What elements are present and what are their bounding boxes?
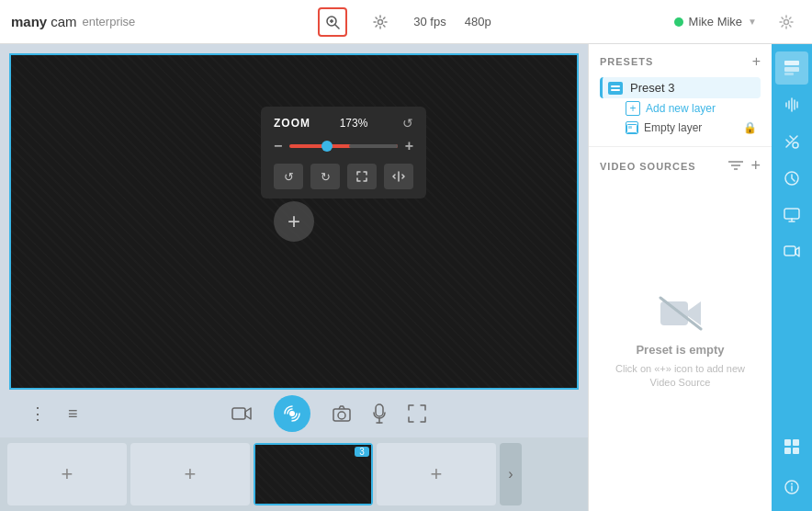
rail-history-button[interactable]	[775, 162, 808, 195]
rail-effects-button[interactable]	[775, 125, 808, 158]
svg-point-7	[289, 411, 295, 416]
zoom-value: 173%	[340, 117, 368, 130]
svg-point-23	[793, 142, 798, 148]
settings-cog-button[interactable]	[366, 7, 395, 37]
video-sources-actions: +	[728, 156, 761, 176]
presets-header: PRESETS +	[600, 53, 761, 70]
zoom-thumb[interactable]	[321, 141, 333, 152]
fullscreen-button[interactable]	[408, 404, 426, 423]
lock-icon: 🔒	[743, 121, 757, 134]
zoom-actions: ↺ ↻	[274, 164, 413, 189]
rail-stream-button[interactable]	[775, 235, 808, 268]
presets-add-button[interactable]: +	[752, 53, 761, 70]
stream-icon	[784, 244, 800, 260]
audio-icon	[784, 97, 800, 113]
strip-add-icon-2: +	[185, 462, 197, 486]
add-new-layer-item[interactable]: + Add new layer	[622, 98, 761, 119]
zoom-action-fit-btn[interactable]	[347, 164, 377, 189]
strip-item-1[interactable]: +	[7, 443, 127, 505]
empty-layer-item[interactable]: Empty layer 🔒	[622, 119, 761, 137]
dots-menu-button[interactable]: ⋮	[18, 403, 57, 424]
strip-item-4[interactable]: +	[377, 443, 496, 505]
zoom-track-background	[349, 144, 398, 148]
strip-next-button[interactable]: ›	[500, 443, 522, 505]
svg-point-33	[791, 483, 793, 485]
video-sources-filter-button[interactable]	[728, 159, 743, 174]
svg-rect-21	[784, 67, 799, 72]
video-camera-button[interactable]	[231, 406, 252, 421]
video-camera-icon	[231, 406, 252, 421]
zoom-icon	[325, 15, 340, 29]
zoom-button[interactable]	[318, 7, 347, 37]
svg-rect-22	[784, 73, 794, 75]
zoom-slider-row: − +	[274, 138, 413, 154]
zoom-action-reset-btn[interactable]: ↺	[274, 164, 303, 189]
svg-rect-29	[784, 448, 791, 454]
video-sources-empty-state: Preset is empty Click on «+» icon to add…	[600, 183, 761, 502]
layer-items: + Add new layer Empty layer 🔒	[600, 98, 761, 137]
camera-photo-button[interactable]	[333, 405, 351, 422]
svg-rect-28	[793, 439, 799, 446]
zoom-popup: ZOOM 173% ↺ − + ↺ ↻	[261, 107, 426, 199]
rail-info-button[interactable]	[775, 471, 808, 504]
preset-icon	[608, 82, 623, 95]
video-sources-header: VIDEO SOURCES +	[600, 156, 761, 176]
user-name-label: Mike Mike	[689, 15, 743, 28]
svg-rect-14	[628, 126, 632, 129]
zoom-slider[interactable]	[289, 144, 397, 148]
icon-rail	[772, 44, 812, 511]
empty-camera-icon	[658, 295, 704, 332]
layer-add-icon: +	[626, 101, 640, 116]
svg-rect-27	[784, 439, 791, 446]
broadcast-button[interactable]	[274, 395, 310, 432]
rail-grid-button[interactable]	[775, 430, 808, 463]
video-sources-add-button[interactable]: +	[750, 156, 761, 176]
logo-many: many	[11, 14, 47, 29]
svg-rect-30	[793, 448, 799, 454]
microphone-button[interactable]	[373, 403, 386, 424]
user-info[interactable]: Mike Mike ▼	[674, 15, 757, 28]
fps-display[interactable]: 30 fps	[413, 15, 445, 28]
svg-rect-26	[784, 246, 795, 255]
svg-point-4	[378, 19, 383, 24]
toolbar-center	[89, 395, 570, 432]
canvas-content: +	[11, 55, 577, 388]
svg-rect-6	[232, 408, 245, 419]
strip-add-icon-1: +	[62, 462, 73, 486]
zoom-action-flip-btn[interactable]	[384, 164, 413, 189]
strip-item-3-active[interactable]: 3	[254, 443, 373, 505]
svg-point-5	[784, 19, 789, 24]
strip-item-2[interactable]: +	[130, 443, 250, 505]
preset-item-3[interactable]: Preset 3	[600, 77, 761, 98]
rail-presets-button[interactable]	[775, 51, 808, 85]
svg-rect-25	[784, 209, 799, 219]
video-sources-title: VIDEO SOURCES	[600, 161, 696, 172]
empty-state-title: Preset is empty	[636, 343, 724, 357]
resolution-display[interactable]: 480p	[465, 15, 491, 28]
top-center-controls: 30 fps 480p	[135, 7, 673, 37]
settings-icon	[779, 15, 794, 29]
rail-audio-button[interactable]	[775, 88, 808, 121]
clock-icon	[784, 170, 800, 187]
grid-icon	[784, 438, 800, 455]
zoom-plus-button[interactable]: +	[405, 138, 413, 154]
lines-menu-button[interactable]: ≡	[57, 404, 89, 424]
broadcast-icon	[283, 404, 301, 423]
empty-state-description: Click on «+» icon to add new Video Sourc…	[609, 362, 751, 391]
main-area: + ZOOM 173% ↺ − +	[0, 44, 812, 511]
canvas-add-button[interactable]: +	[274, 201, 314, 242]
add-layer-label: Add new layer	[646, 102, 716, 115]
logo-enterprise: enterprise	[83, 15, 136, 28]
presets-section: PRESETS + Preset 3 + Add new layer	[589, 44, 772, 147]
preset-line-1	[611, 85, 620, 87]
rail-display-button[interactable]	[775, 199, 808, 232]
zoom-action-rotate-btn[interactable]: ↻	[310, 164, 340, 189]
top-settings-button[interactable]	[772, 7, 801, 37]
svg-rect-10	[376, 404, 383, 416]
preview-canvas: + ZOOM 173% ↺ − +	[9, 53, 579, 390]
layers-icon	[784, 60, 800, 76]
zoom-reset-button[interactable]: ↺	[402, 116, 413, 131]
flip-icon	[392, 170, 405, 183]
zoom-minus-button[interactable]: −	[274, 138, 282, 154]
right-panel: PRESETS + Preset 3 + Add new layer	[588, 44, 772, 511]
